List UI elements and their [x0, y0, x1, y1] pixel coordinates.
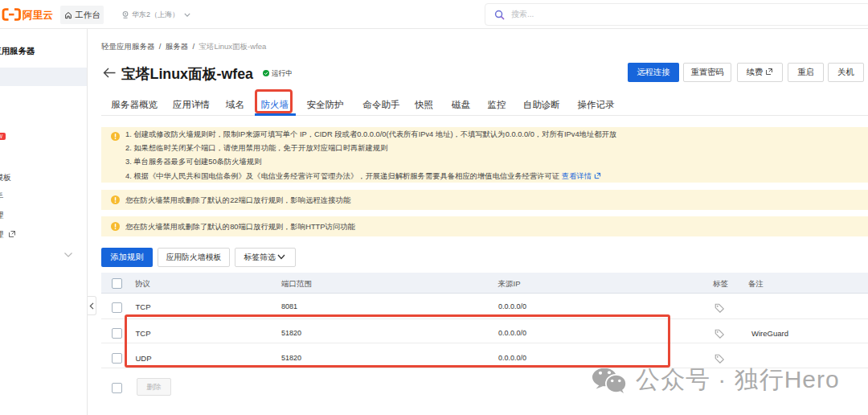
svg-text:阿里云: 阿里云 [23, 10, 53, 21]
